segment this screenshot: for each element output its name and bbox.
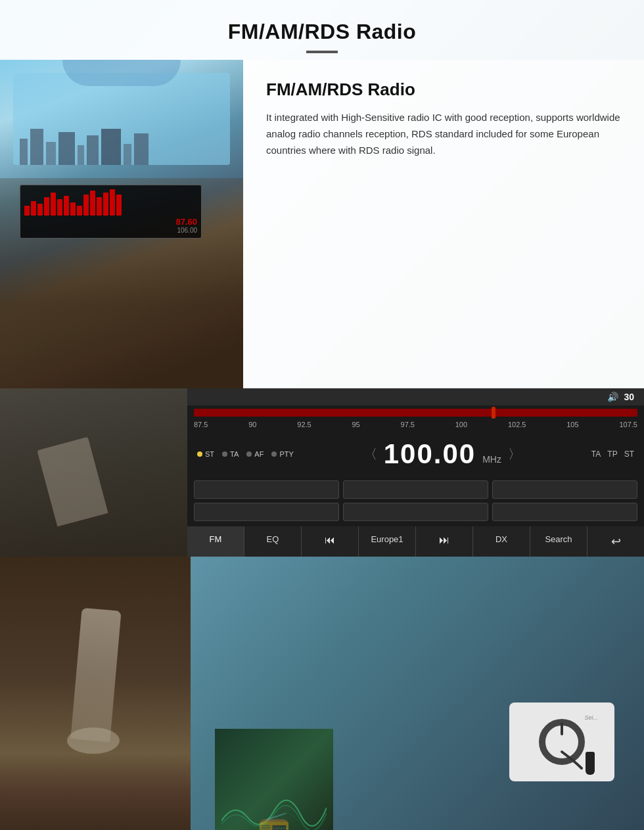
radio-artwork-icon: 📻 — [258, 810, 290, 830]
car-continuation — [0, 388, 187, 557]
radio-st-btn[interactable]: ST — [197, 450, 214, 458]
radio-af-btn[interactable]: AF — [246, 450, 264, 458]
radio-ui-row: 🔊 30 87.5 90 92.5 95 97.5 100 1 — [0, 388, 644, 557]
fm-info-panel: FM/AM/RDS Radio It integrated with High-… — [243, 60, 644, 388]
preset-1[interactable] — [194, 480, 339, 499]
dab-box-image: Sei... — [509, 703, 614, 781]
preset-2[interactable] — [343, 480, 488, 499]
volume-number: 30 — [624, 392, 634, 402]
freq-display: 〈 100.00 MHz 〉 — [302, 438, 584, 470]
freq-track — [194, 409, 637, 417]
freq-number: 100.00 — [384, 438, 476, 470]
preset-4[interactable] — [194, 503, 339, 521]
func-back-btn[interactable]: ↩ — [587, 526, 644, 557]
func-dx-btn[interactable]: DX — [473, 526, 530, 557]
func-eq-btn[interactable]: EQ — [244, 526, 302, 557]
freq-labels: 87.5 90 92.5 95 97.5 100 102.5 105 107.5 — [194, 419, 637, 430]
func-next-btn[interactable]: ⏭ — [416, 526, 473, 557]
dab-artwork: 📻 — [215, 729, 333, 830]
radio-ta-btn[interactable]: TA — [222, 450, 239, 458]
func-prev-btn[interactable]: ⏮ — [302, 526, 359, 557]
radio-right-labels: TA TP ST — [591, 450, 634, 459]
preset-5[interactable] — [343, 503, 488, 521]
freq-unit: MHz — [482, 454, 501, 470]
func-search-btn[interactable]: Search — [530, 526, 587, 557]
content-area: 87.60 106.00 FM/AM/RDS Radio It integrat… — [0, 60, 644, 388]
preset-6[interactable] — [492, 503, 637, 521]
page-header: FM/AM/RDS Radio — [0, 0, 644, 60]
radio-controls: ST TA AF PTY 〈 — [187, 433, 644, 475]
func-fm-btn[interactable]: FM — [187, 526, 244, 557]
fm-section-title: FM/AM/RDS Radio — [266, 80, 621, 100]
car-image-top: 87.60 106.00 — [0, 60, 243, 388]
header-divider — [306, 51, 338, 53]
freq-slider-area: 87.5 90 92.5 95 97.5 100 102.5 105 107.5 — [187, 405, 644, 433]
radio-display: 🔊 30 87.5 90 92.5 95 97.5 100 1 — [187, 388, 644, 557]
freq-next-arrow[interactable]: 〉 — [508, 446, 521, 463]
car-radio-preview: 87.60 106.00 — [20, 185, 202, 239]
func-europe1-btn[interactable]: Europe1 — [359, 526, 416, 557]
freq-thumb — [492, 407, 495, 419]
fm-section-desc: It integrated with High-Sensitive radio … — [266, 110, 621, 158]
car-image-bottom — [0, 557, 191, 830]
preset-area — [187, 475, 644, 526]
radio-ui-wrapper: 🔊 30 87.5 90 92.5 95 97.5 100 1 — [0, 388, 644, 557]
freq-prev-arrow[interactable]: 〈 — [364, 446, 377, 463]
page-title: FM/AM/RDS Radio — [13, 20, 631, 44]
radio-func-bar: FM EQ ⏮ Europe1 ⏭ DX Search ↩ — [187, 526, 644, 557]
preset-3[interactable] — [492, 480, 637, 499]
radio-pty-btn[interactable]: PTY — [271, 450, 293, 458]
volume-icon: 🔊 — [607, 392, 618, 402]
radio-volume-bar: 🔊 30 — [187, 388, 644, 405]
